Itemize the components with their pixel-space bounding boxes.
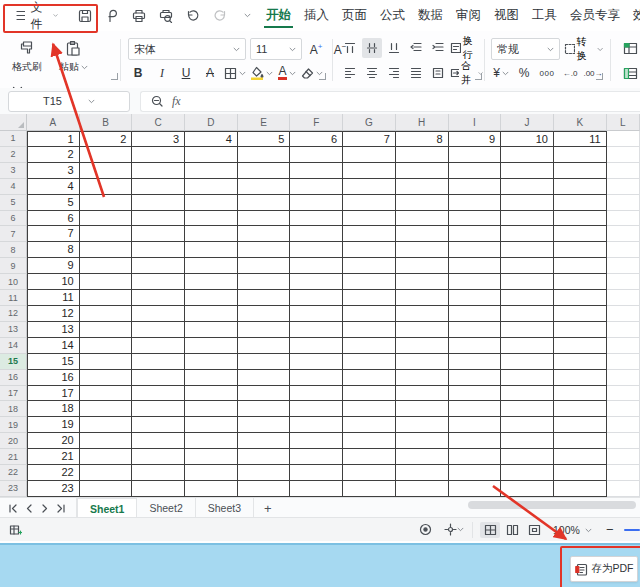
cell-L17[interactable] <box>607 386 640 402</box>
cell-J2[interactable] <box>501 147 554 163</box>
cell-H18[interactable] <box>396 401 449 417</box>
cell-A16[interactable]: 16 <box>27 370 80 386</box>
cell-L1[interactable] <box>607 131 640 147</box>
cell-I23[interactable] <box>449 481 502 497</box>
cell-E3[interactable] <box>238 163 291 179</box>
cell-G2[interactable] <box>343 147 396 163</box>
cell-A5[interactable]: 5 <box>27 195 80 211</box>
cell-E8[interactable] <box>238 242 291 258</box>
cell-K23[interactable] <box>554 481 607 497</box>
prev-sheet-button[interactable] <box>22 501 36 515</box>
cell-F2[interactable] <box>290 147 343 163</box>
align-top-button[interactable] <box>340 38 360 58</box>
cell-L14[interactable] <box>607 338 640 354</box>
percent-format-button[interactable]: % <box>514 63 534 83</box>
cell-D21[interactable] <box>185 449 238 465</box>
cell-B16[interactable] <box>80 370 133 386</box>
cell-J1[interactable]: 10 <box>501 131 554 147</box>
cell-H14[interactable] <box>396 338 449 354</box>
cell-D4[interactable] <box>185 179 238 195</box>
cell-K16[interactable] <box>554 370 607 386</box>
row-header-1[interactable]: 1 <box>0 131 27 147</box>
cell-E2[interactable] <box>238 147 291 163</box>
cell-E15[interactable] <box>238 354 291 370</box>
cell-K11[interactable] <box>554 290 607 306</box>
cell-J16[interactable] <box>501 370 554 386</box>
cell-E16[interactable] <box>238 370 291 386</box>
cell-D14[interactable] <box>185 338 238 354</box>
cell-F12[interactable] <box>290 306 343 322</box>
cell-C14[interactable] <box>132 338 185 354</box>
cell-D17[interactable] <box>185 386 238 402</box>
distributed-button[interactable] <box>428 63 448 83</box>
row-header-7[interactable]: 7 <box>0 226 27 242</box>
tab-审阅[interactable]: 审阅 <box>454 3 483 28</box>
cell-A3[interactable]: 3 <box>27 163 80 179</box>
cell-B5[interactable] <box>80 195 133 211</box>
cell-L11[interactable] <box>607 290 640 306</box>
sheet-tab-Sheet3[interactable]: Sheet3 <box>196 498 254 518</box>
cell-F18[interactable] <box>290 401 343 417</box>
italic-button[interactable]: I <box>152 63 172 83</box>
add-sheet-button[interactable]: + <box>254 501 282 516</box>
cell-H5[interactable] <box>396 195 449 211</box>
cell-L19[interactable] <box>607 417 640 433</box>
cell-J14[interactable] <box>501 338 554 354</box>
cell-D23[interactable] <box>185 481 238 497</box>
cell-L8[interactable] <box>607 242 640 258</box>
row-header-23[interactable]: 23 <box>0 481 27 497</box>
cell-B10[interactable] <box>80 274 133 290</box>
cell-E5[interactable] <box>238 195 291 211</box>
cell-J21[interactable] <box>501 449 554 465</box>
cell-H19[interactable] <box>396 417 449 433</box>
tab-会员专享[interactable]: 会员专享 <box>568 3 622 28</box>
column-header-B[interactable]: B <box>80 114 133 131</box>
cell-B11[interactable] <box>80 290 133 306</box>
conditional-format-button[interactable] <box>620 38 640 58</box>
cell-A8[interactable]: 8 <box>27 242 80 258</box>
cell-I12[interactable] <box>449 306 502 322</box>
cell-G7[interactable] <box>343 226 396 242</box>
print-button[interactable] <box>130 7 148 25</box>
column-header-D[interactable]: D <box>185 114 238 131</box>
cell-A21[interactable]: 21 <box>27 449 80 465</box>
cell-E14[interactable] <box>238 338 291 354</box>
cell-D7[interactable] <box>185 226 238 242</box>
cell-G17[interactable] <box>343 386 396 402</box>
cell-E20[interactable] <box>238 433 291 449</box>
cell-H9[interactable] <box>396 258 449 274</box>
cell-H21[interactable] <box>396 449 449 465</box>
cell-K18[interactable] <box>554 401 607 417</box>
cell-F17[interactable] <box>290 386 343 402</box>
cell-A18[interactable]: 18 <box>27 401 80 417</box>
cell-H13[interactable] <box>396 322 449 338</box>
convert-button[interactable]: 转换 <box>564 39 603 59</box>
cell-F3[interactable] <box>290 163 343 179</box>
cell-D13[interactable] <box>185 322 238 338</box>
cell-F22[interactable] <box>290 465 343 481</box>
cell-J9[interactable] <box>501 258 554 274</box>
cell-H12[interactable] <box>396 306 449 322</box>
cell-F5[interactable] <box>290 195 343 211</box>
cell-G1[interactable]: 7 <box>343 131 396 147</box>
column-header-F[interactable]: F <box>290 114 343 131</box>
row-header-2[interactable]: 2 <box>0 147 27 163</box>
cell-D5[interactable] <box>185 195 238 211</box>
cell-C15[interactable] <box>132 354 185 370</box>
share-button[interactable] <box>103 7 121 25</box>
row-header-10[interactable]: 10 <box>0 274 27 290</box>
cell-C6[interactable] <box>132 211 185 227</box>
cell-I7[interactable] <box>449 226 502 242</box>
cell-C3[interactable] <box>132 163 185 179</box>
cell-L20[interactable] <box>607 433 640 449</box>
normal-view-button[interactable] <box>480 522 500 538</box>
cell-I8[interactable] <box>449 242 502 258</box>
cell-C13[interactable] <box>132 322 185 338</box>
cell-A23[interactable]: 23 <box>27 481 80 497</box>
cell-C7[interactable] <box>132 226 185 242</box>
cell-D18[interactable] <box>185 401 238 417</box>
cell-E11[interactable] <box>238 290 291 306</box>
cell-H10[interactable] <box>396 274 449 290</box>
cell-I15[interactable] <box>449 354 502 370</box>
cell-C22[interactable] <box>132 465 185 481</box>
